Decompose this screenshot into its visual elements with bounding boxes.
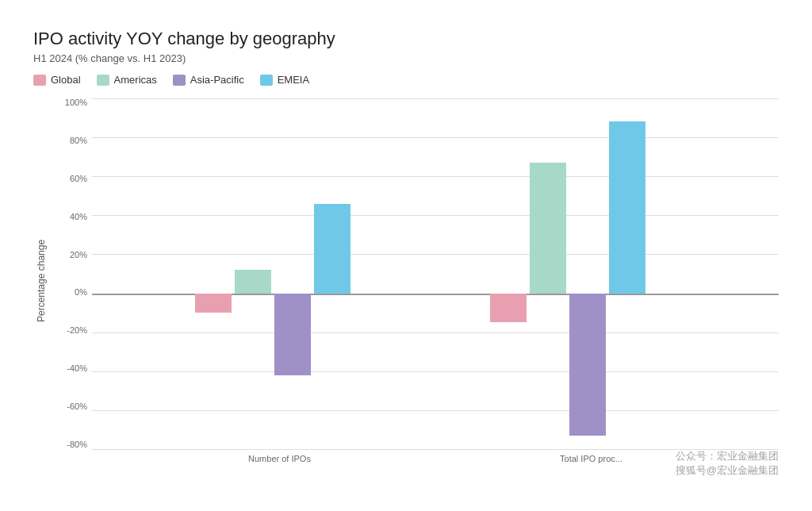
legend-label: Americas	[114, 74, 157, 86]
legend-color	[97, 75, 109, 86]
y-tick: 100%	[52, 98, 92, 107]
bar-americas	[235, 270, 271, 293]
bar-emeia	[609, 121, 645, 293]
y-tick: -80%	[52, 440, 92, 449]
chart-subtitle: H1 2024 (% change vs. H1 2023)	[33, 52, 779, 64]
x-label: Number of IPOs	[216, 454, 343, 463]
y-tick: 0%	[52, 288, 92, 297]
chart-container: IPO activity YOY change by geography H1 …	[17, 10, 795, 501]
y-tick: -40%	[52, 364, 92, 373]
legend: GlobalAmericasAsia-PacificEMEIA	[33, 74, 779, 86]
legend-label: Global	[51, 74, 81, 86]
y-axis: 100%80%60%40%20%0%-20%-40%-60%-80%	[52, 98, 92, 449]
y-tick: 40%	[52, 213, 92, 221]
bar-emeia	[314, 204, 350, 294]
legend-color	[33, 75, 46, 86]
y-tick: -60%	[52, 402, 92, 411]
legend-item-asia-pacific: Asia-Pacific	[173, 74, 244, 86]
legend-color	[260, 75, 273, 86]
legend-label: Asia-Pacific	[190, 74, 244, 86]
legend-color	[173, 75, 186, 86]
bars-area	[92, 98, 779, 449]
y-tick: 80%	[52, 136, 92, 145]
y-tick: -20%	[52, 326, 92, 335]
chart-area: Percentage change 100%80%60%40%20%0%-20%…	[33, 98, 779, 463]
x-axis: Number of IPOsTotal IPO proc...	[92, 449, 779, 463]
x-label: Total IPO proc...	[528, 454, 655, 463]
bar-global	[490, 294, 527, 323]
legend-item-americas: Americas	[97, 74, 157, 86]
y-tick: 60%	[52, 175, 92, 183]
y-tick: 20%	[52, 251, 92, 259]
bar-global	[195, 294, 232, 313]
legend-item-emeia: EMEIA	[260, 74, 309, 86]
bar-asia-pacific	[569, 294, 606, 436]
legend-label: EMEIA	[278, 74, 309, 86]
bar-americas	[530, 163, 566, 294]
bar-asia-pacific	[274, 294, 311, 375]
chart-title: IPO activity YOY change by geography	[33, 29, 779, 49]
legend-item-global: Global	[33, 74, 81, 86]
y-axis-label: Percentage change	[33, 98, 49, 463]
